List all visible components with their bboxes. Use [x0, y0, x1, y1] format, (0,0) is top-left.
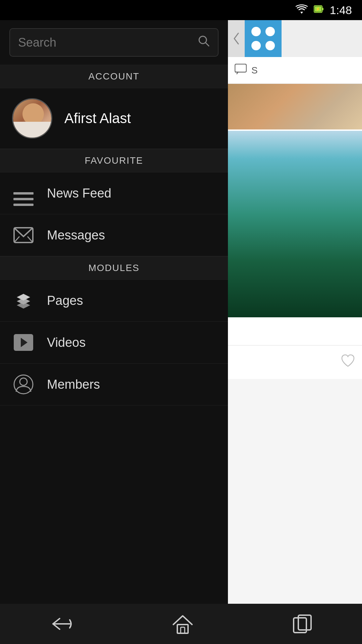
favourite-section-header: FAVOURITE: [0, 149, 228, 172]
search-bar[interactable]: [9, 28, 219, 57]
members-label: Members: [47, 377, 100, 392]
svg-point-13: [20, 378, 27, 385]
nav-back-button[interactable]: [36, 610, 86, 638]
app-dots-grid: [247, 22, 280, 55]
username: Afirst Alast: [64, 110, 131, 126]
app-icon-bar: [228, 20, 362, 57]
svg-line-7: [14, 236, 19, 243]
pages-label: Pages: [47, 293, 83, 308]
app-icon[interactable]: [245, 20, 282, 57]
nav-bar: [0, 604, 362, 644]
search-input[interactable]: [18, 36, 192, 50]
svg-rect-16: [181, 627, 185, 633]
nav-home-button[interactable]: [159, 608, 207, 639]
heart-icon[interactable]: [341, 354, 355, 371]
photo-item-nature: [228, 131, 362, 319]
dot-3: [251, 41, 261, 50]
svg-rect-15: [177, 625, 188, 633]
sidebar-item-videos[interactable]: Videos: [0, 322, 228, 364]
account-row[interactable]: Afirst Alast: [0, 88, 228, 149]
dot-1: [251, 27, 261, 36]
messages-label: Messages: [47, 228, 105, 243]
messages-icon: [13, 225, 34, 245]
chat-icon: [235, 64, 247, 77]
newsfeed-icon: [13, 183, 34, 203]
sidebar: ACCOUNT Afirst Alast FAVOURITE News Feed…: [0, 20, 228, 604]
sidebar-item-members[interactable]: Members: [0, 364, 228, 406]
photo-separator-1: [228, 319, 362, 345]
right-panel-content: S: [228, 57, 362, 604]
right-toolbar-label: S: [251, 65, 258, 76]
account-section-header: ACCOUNT: [0, 65, 228, 88]
status-bar: ⚡ 1:48: [0, 0, 362, 20]
dot-4: [265, 41, 275, 50]
videos-icon: [13, 332, 34, 353]
search-icon: [198, 35, 210, 50]
status-time: 1:48: [330, 4, 352, 17]
nav-recents-button[interactable]: [279, 609, 326, 639]
svg-line-8: [27, 236, 33, 243]
battery-icon: ⚡: [314, 4, 324, 16]
dot-2: [265, 27, 275, 36]
svg-rect-1: [322, 8, 323, 10]
videos-label: Videos: [47, 335, 86, 350]
wifi-icon: [296, 4, 308, 16]
back-chevron-icon[interactable]: [228, 20, 245, 57]
sidebar-item-messages[interactable]: Messages: [0, 214, 228, 256]
svg-marker-11: [17, 294, 30, 301]
avatar: [12, 98, 52, 139]
svg-text:⚡: ⚡: [315, 6, 320, 11]
pages-icon: [13, 290, 34, 311]
photo-like-row[interactable]: [228, 345, 362, 379]
sidebar-item-pages[interactable]: Pages: [0, 280, 228, 322]
right-panel-toolbar: S: [228, 57, 362, 84]
members-icon: [13, 374, 34, 394]
news-feed-label: News Feed: [47, 186, 111, 201]
photo-item-person: [228, 84, 362, 131]
modules-section-header: MODULES: [0, 256, 228, 280]
sidebar-item-news-feed[interactable]: News Feed: [0, 172, 228, 214]
svg-rect-14: [235, 64, 246, 72]
svg-line-5: [205, 43, 209, 46]
